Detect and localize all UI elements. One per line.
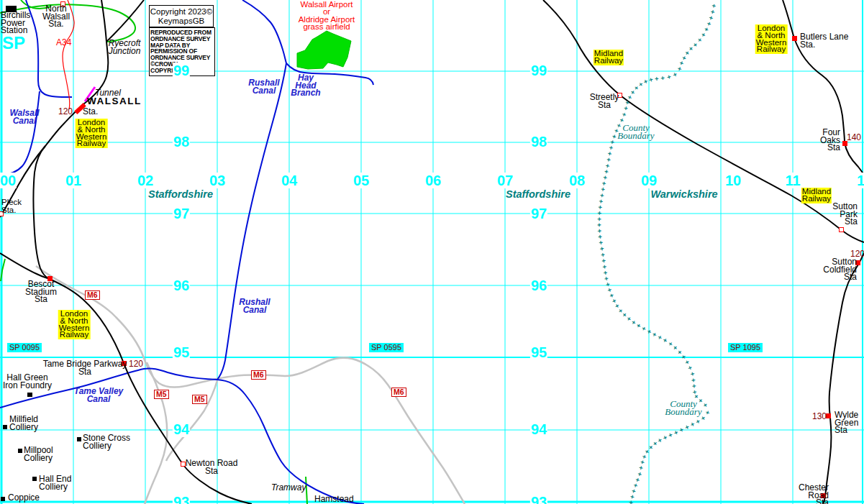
butlers-lane-sta-label: Butlers Lane Sta. xyxy=(800,33,864,48)
grid-northing-97: 97 xyxy=(173,206,190,221)
county-boundary-line: ++++++++++++++++++++++++++++++++++++++++… xyxy=(0,0,718,504)
keymaps-railway-canal-map: ++++++++++++++++++++++++++++++++++++++++… xyxy=(0,0,864,504)
railway-grand-junction-west xyxy=(0,253,50,279)
walsall-canal-line-south xyxy=(0,91,40,175)
sutton-coldfield-sta-label: Sutton Coldfield Sta xyxy=(823,258,857,281)
ryecroft-junction-label: Ryecroft Junction xyxy=(109,40,141,55)
birchills-power-station-label: Birchills Power Station xyxy=(1,12,30,35)
millfield-colliery-label: Millfield Colliery xyxy=(9,416,38,431)
county-boundary-s-label: County Boundary xyxy=(665,400,701,416)
north-walsall-sta-label: North Walsall Sta. xyxy=(42,5,70,28)
motorway-m5-slip xyxy=(166,380,217,461)
staffordshire-label-2: Staffordshire xyxy=(506,191,570,198)
num-120-walsall: 120 xyxy=(58,108,73,116)
coppice-symbol xyxy=(1,497,5,501)
railway-ryecroft-northeast xyxy=(106,0,144,42)
num-140-four-oaks: 140 xyxy=(847,134,861,142)
rushall-canal-n-label: Rushall Canal xyxy=(248,79,279,94)
newton-road-sta-label: Newton Road Sta xyxy=(186,459,238,475)
grid-easting-01: 01 xyxy=(65,173,82,188)
lnwr-ne-label: London & North Western Railway xyxy=(755,24,788,54)
railway-layer xyxy=(0,0,864,504)
hall-end-colliery-label: Hall End Colliery xyxy=(39,475,71,490)
pleck-sta-label: Pleck Sta. xyxy=(1,198,22,214)
millpool-colliery-label: Millpool Colliery xyxy=(24,446,53,462)
midland-railway-e-label: Midland Railway xyxy=(801,188,832,203)
airport-label: Walsall Airport or Aldridge Airport gras… xyxy=(299,1,355,30)
midland-railway-n-label: Midland Railway xyxy=(594,50,624,65)
m6-badge-1: M6 xyxy=(85,290,100,300)
walsall-label: WALSALL xyxy=(87,98,142,106)
rushall-canal-line xyxy=(217,0,286,380)
wylde-green-sta-label: Wylde Green Sta xyxy=(835,411,858,434)
m5-badge-2: M5 xyxy=(192,395,207,404)
grid-easting-03: 03 xyxy=(209,173,226,188)
m5-badge-1: M5 xyxy=(154,390,169,399)
map-canvas: ++++++++++++++++++++++++++++++++++++++++… xyxy=(0,0,864,504)
grid-northing-93: 93 xyxy=(530,494,547,504)
walsall-sta-label: Sta. xyxy=(83,108,98,116)
m6-badge-2: M6 xyxy=(251,370,266,380)
grid-easting-09: 09 xyxy=(640,173,658,188)
tramway-label: Tramway xyxy=(271,484,306,492)
walsall-canal-label: Walsall Canal xyxy=(9,109,39,124)
grid-northing-96: 96 xyxy=(173,278,190,293)
grid-easting-04: 04 xyxy=(281,173,298,188)
wylde-green-sta-marker xyxy=(826,413,831,418)
grid-northing-97: 97 xyxy=(530,206,547,221)
county-boundary-n-label: County Boundary xyxy=(617,124,654,139)
lnwr-bescot-label: London & North Western Railway xyxy=(58,310,91,339)
grid-easting-00: 00 xyxy=(0,173,17,188)
streetly-sta-label: Streetly Sta xyxy=(590,93,619,109)
tame-valley-canal-label: Tame Valley Canal xyxy=(74,388,123,403)
grid-easting-11: 11 xyxy=(784,173,801,188)
num-130-wylde-green: 130 xyxy=(812,413,827,421)
sp-0595-gridref: SP 0595 xyxy=(369,343,404,352)
grid-northing-99: 99 xyxy=(530,63,547,78)
grid-northing-93: 93 xyxy=(173,494,190,504)
hay-head-branch-label: Hay Head Branch xyxy=(291,74,320,97)
stone-cross-colliery-symbol xyxy=(77,437,81,441)
millpool-colliery-symbol xyxy=(18,449,22,453)
grid-easting-10: 10 xyxy=(724,173,742,188)
four-oaks-sta-label: Four Oaks Sta xyxy=(817,129,840,152)
warwickshire-label: Warwickshire xyxy=(650,191,717,198)
grid-northing-99: 99 xyxy=(173,63,190,78)
grid-northing-98: 98 xyxy=(530,134,547,150)
grid-northing-95: 95 xyxy=(173,344,190,360)
grid-easting-08: 08 xyxy=(568,173,586,188)
sp-0095-gridref: SP 0095 xyxy=(7,343,42,352)
hall-green-iron-foundry-label: Hall Green Iron Foundry xyxy=(3,374,52,389)
motorway-m5 xyxy=(145,362,167,504)
lnwr-walsall-label: London & North Western Railway xyxy=(76,119,108,148)
stone-cross-colliery-label: Stone Cross Colliery xyxy=(83,434,130,449)
grid-easting-05: 05 xyxy=(353,173,370,188)
sutton-park-sta-label: Sutton Park Sta xyxy=(832,203,858,226)
aldridge-airfield-area xyxy=(297,31,351,69)
grid-easting-07: 07 xyxy=(496,173,514,188)
grid-northing-98: 98 xyxy=(173,134,190,150)
butlers-lane-sta-marker xyxy=(792,36,797,41)
sutton-park-sta-marker xyxy=(839,227,844,232)
millfield-colliery-symbol xyxy=(3,425,7,429)
staffordshire-label-1: Staffordshire xyxy=(148,191,213,198)
railway-lichfield-line-south xyxy=(823,253,864,504)
grid-northing-94: 94 xyxy=(173,421,190,437)
grid-easting-06: 06 xyxy=(424,173,442,188)
rushall-canal-s-label: Rushall Canal xyxy=(239,298,270,313)
num-120-tame-bridge: 120 xyxy=(129,360,143,368)
grid-northing-96: 96 xyxy=(530,278,547,293)
sp-big-label: SP xyxy=(2,35,25,51)
bescot-stadium-sta-label: Bescot Stadium Sta xyxy=(25,280,57,303)
coppice-label: Coppice xyxy=(8,494,40,502)
grid-layer xyxy=(0,0,864,504)
chester-road-sta-label: Chester Road Sta xyxy=(793,484,829,504)
m6-badge-3: M6 xyxy=(391,388,406,397)
a34-label: A34 xyxy=(56,39,71,47)
hall-green-foundry-symbol xyxy=(27,393,32,397)
grid-northing-95: 95 xyxy=(530,344,547,360)
copyright-box: Copyright 2023© KeymapsGB xyxy=(149,5,214,27)
hamstead-label: Hamstead xyxy=(314,495,354,503)
grid-easting-12: 12 xyxy=(856,173,864,188)
grid-easting-02: 02 xyxy=(137,173,154,188)
